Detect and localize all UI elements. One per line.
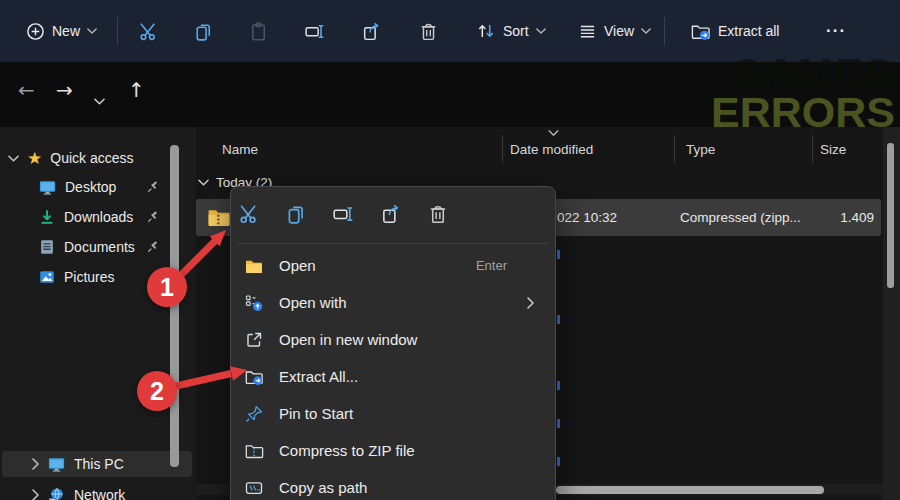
view-button-label: View — [604, 23, 634, 39]
open-with-icon — [244, 293, 264, 313]
menu-item-label: Open — [279, 257, 316, 274]
column-divider[interactable] — [502, 135, 503, 163]
group-collapse-chevron[interactable] — [198, 179, 209, 186]
clipboard-icon — [248, 21, 269, 42]
sort-button[interactable]: Sort — [470, 16, 552, 46]
context-menu: Open Enter Open with Open in new window … — [230, 186, 556, 500]
rename-button[interactable] — [297, 14, 331, 48]
sidebar-item-downloads[interactable]: Downloads — [0, 205, 220, 229]
documents-icon — [38, 238, 56, 256]
menu-item-open-in-new-window[interactable]: Open in new window — [231, 321, 555, 358]
copy-icon[interactable] — [285, 203, 307, 225]
pin-icon — [244, 404, 264, 424]
share-icon — [361, 21, 382, 42]
menu-item-copy-as-path[interactable]: Copy as path — [231, 469, 555, 500]
rename-icon[interactable] — [332, 203, 354, 225]
annotation-step-2: 2 — [137, 371, 177, 411]
copy-button[interactable] — [186, 14, 220, 48]
chevron-right-icon — [32, 489, 39, 500]
column-header-date-modified[interactable]: Date modified — [510, 142, 593, 157]
hidden-item-fragment — [557, 250, 560, 259]
menu-item-compress-to-zip[interactable]: Compress to ZIP file — [231, 432, 555, 469]
zip-folder-icon — [244, 441, 264, 461]
submenu-chevron-icon — [527, 297, 534, 309]
scissors-icon[interactable] — [238, 203, 260, 225]
chevron-down-icon — [87, 28, 97, 34]
new-button[interactable]: New — [20, 16, 103, 46]
star-icon: ★ — [27, 149, 42, 167]
column-header-size[interactable]: Size — [820, 142, 846, 157]
network-icon — [47, 486, 66, 500]
column-header-type[interactable]: Type — [686, 142, 715, 157]
paste-button[interactable] — [241, 14, 275, 48]
sidebar-item-desktop[interactable]: Desktop — [0, 175, 220, 199]
chevron-down-icon — [8, 155, 19, 162]
menu-item-label: Copy as path — [279, 479, 367, 496]
menu-item-extract-all[interactable]: Extract All... — [231, 358, 555, 395]
toolbar-divider — [117, 17, 118, 45]
vertical-scrollbar-thumb[interactable] — [887, 143, 894, 288]
file-size: 1.409 — [840, 210, 874, 225]
hidden-item-fragment — [557, 381, 560, 390]
up-button[interactable]: ↑ — [128, 78, 145, 102]
more-options-button[interactable]: ... — [820, 16, 852, 46]
address-row: ← → ↑ « wind... Downloads — [0, 62, 900, 127]
sidebar-item-pictures[interactable]: Pictures — [0, 265, 220, 289]
menu-item-open-with[interactable]: Open with — [231, 284, 555, 321]
forward-button[interactable]: → — [56, 78, 73, 102]
plus-circle-icon — [26, 22, 45, 41]
column-divider[interactable] — [674, 135, 675, 163]
extract-all-button[interactable]: Extract all — [684, 16, 785, 46]
folder-icon — [244, 256, 264, 276]
sidebar-item-this-pc[interactable]: This PC — [2, 451, 192, 477]
chevron-down-icon — [641, 28, 651, 34]
menu-divider — [237, 243, 549, 244]
extract-all-icon — [244, 367, 264, 387]
copy-path-icon — [244, 478, 264, 498]
sort-indicator-chevron — [548, 130, 559, 136]
hidden-item-fragment — [557, 457, 560, 466]
extract-all-button-label: Extract all — [718, 23, 779, 39]
menu-item-label: Open with — [279, 294, 347, 311]
pin-icon — [146, 240, 160, 254]
column-header-name[interactable]: Name — [222, 142, 258, 157]
menu-item-open[interactable]: Open Enter — [231, 247, 555, 284]
sidebar-item-documents[interactable]: Documents — [0, 235, 220, 259]
horizontal-scrollbar-thumb[interactable] — [556, 486, 824, 494]
sidebar-item-quick-access[interactable]: ★ Quick access — [0, 146, 190, 170]
file-type: Compressed (zipp... — [680, 210, 801, 225]
scissors-icon — [138, 21, 159, 42]
hidden-item-fragment — [557, 315, 560, 324]
sidebar-item-label: Pictures — [64, 269, 115, 285]
hidden-item-fragment — [557, 419, 560, 428]
sort-arrows-icon — [476, 21, 496, 41]
back-button[interactable]: ← — [18, 78, 35, 102]
sidebar-item-label: Desktop — [65, 179, 116, 195]
cut-button[interactable] — [131, 14, 165, 48]
delete-button[interactable] — [411, 14, 445, 48]
column-divider[interactable] — [812, 135, 813, 163]
new-window-icon — [244, 330, 264, 350]
sidebar-item-label: Network — [74, 487, 125, 500]
sort-button-label: Sort — [503, 23, 529, 39]
sidebar-item-label: Quick access — [50, 150, 133, 166]
view-lines-icon — [578, 22, 597, 41]
sidebar-item-network[interactable]: Network — [0, 483, 214, 500]
recent-locations-chevron[interactable] — [94, 98, 105, 105]
zipped-folder-icon — [206, 204, 232, 230]
annotation-step-1: 1 — [147, 267, 187, 307]
sidebar-item-label: Documents — [64, 239, 135, 255]
share-button[interactable] — [354, 14, 388, 48]
toolbar-divider — [664, 17, 665, 45]
share-icon[interactable] — [380, 203, 402, 225]
command-toolbar: New Sort View Extract all ... — [0, 0, 900, 62]
file-date-modified: 022 10:32 — [557, 210, 617, 225]
menu-shortcut: Enter — [476, 258, 507, 273]
chevron-down-icon — [536, 28, 546, 34]
trash-icon[interactable] — [427, 203, 449, 225]
pin-icon — [146, 210, 160, 224]
view-button[interactable]: View — [572, 16, 657, 46]
menu-item-pin-to-start[interactable]: Pin to Start — [231, 395, 555, 432]
rename-icon — [304, 21, 325, 42]
this-pc-icon — [47, 455, 66, 474]
